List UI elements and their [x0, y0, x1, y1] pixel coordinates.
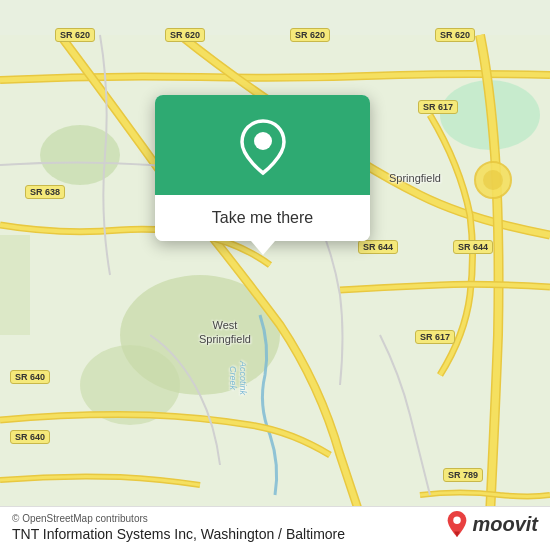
moovit-logo: moovit — [445, 510, 538, 538]
take-me-there-button[interactable]: Take me there — [155, 195, 370, 241]
svg-rect-5 — [0, 235, 30, 335]
popup-card: Take me there — [155, 95, 370, 241]
road-label-sr620-2: SR 620 — [165, 28, 205, 42]
moovit-pin-icon — [445, 510, 469, 538]
place-label-springfield: Springfield — [375, 172, 455, 184]
svg-point-7 — [483, 170, 503, 190]
water-label-accotink: Accotink Creek — [228, 348, 248, 408]
map-container: SR 620 SR 620 SR 620 SR 620 SR 617 SR 61… — [0, 0, 550, 550]
place-label-west-springfield: WestSpringfield — [185, 318, 265, 347]
popup-tail — [251, 241, 275, 255]
road-label-sr789: SR 789 — [443, 468, 483, 482]
bottom-bar: © OpenStreetMap contributors TNT Informa… — [0, 506, 550, 550]
road-label-sr620-4: SR 620 — [435, 28, 475, 42]
road-label-sr640-1: SR 640 — [10, 370, 50, 384]
moovit-brand-text: moovit — [472, 513, 538, 536]
road-label-sr640-2: SR 640 — [10, 430, 50, 444]
road-label-sr620-3: SR 620 — [290, 28, 330, 42]
road-label-sr617-2: SR 617 — [415, 330, 455, 344]
road-label-sr638: SR 638 — [25, 185, 65, 199]
svg-point-8 — [254, 132, 272, 150]
svg-point-3 — [40, 125, 120, 185]
road-label-sr644-1: SR 644 — [358, 240, 398, 254]
location-pin-icon — [235, 117, 291, 177]
road-label-sr620-1: SR 620 — [55, 28, 95, 42]
svg-point-9 — [454, 517, 461, 524]
road-label-sr617-1: SR 617 — [418, 100, 458, 114]
popup-icon-area — [155, 95, 370, 195]
road-label-sr644-2: SR 644 — [453, 240, 493, 254]
